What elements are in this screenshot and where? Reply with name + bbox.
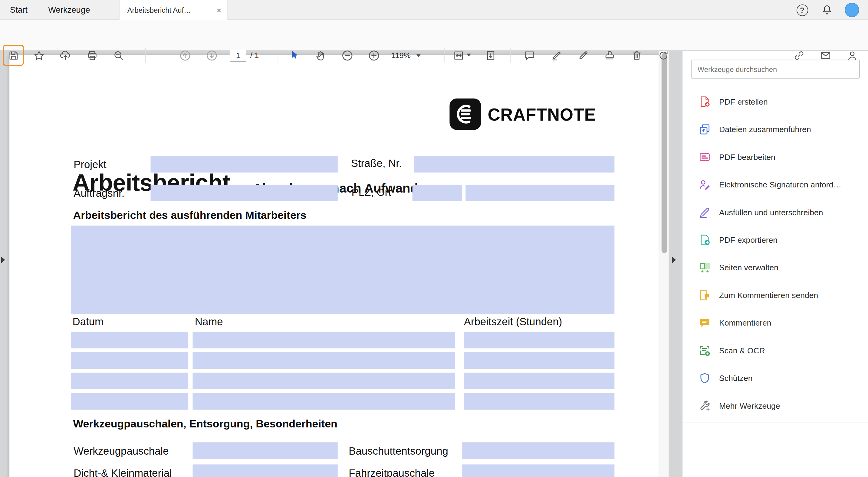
minus-circle-icon	[341, 49, 353, 62]
user-avatar[interactable]	[845, 3, 859, 17]
sidebar-item-kommentieren[interactable]: Kommentieren	[682, 309, 868, 336]
hand-icon	[315, 49, 326, 61]
werkzeugpauschale-field[interactable]	[193, 442, 338, 459]
sidebar-item-zum-kommentieren-senden[interactable]: Zum Kommentieren senden	[682, 281, 868, 309]
pdf-create-icon	[699, 96, 711, 108]
account-button[interactable]	[842, 45, 862, 65]
zoom-in-button[interactable]	[364, 45, 384, 65]
cloud-upload-button[interactable]	[55, 45, 75, 65]
page-number-input[interactable]	[230, 49, 246, 62]
cloud-upload-icon	[59, 49, 71, 61]
sidebar-divider	[682, 422, 868, 422]
send-email-button[interactable]	[815, 45, 835, 65]
close-tab-icon[interactable]: ×	[217, 6, 221, 14]
name-field-row1[interactable]	[193, 332, 455, 348]
scrollbar-thumb[interactable]	[661, 53, 667, 253]
sidebar-item-signaturen-anfordern[interactable]: Elektronische Signaturen anford…	[682, 171, 868, 198]
menu-start[interactable]: Start	[8, 0, 30, 20]
share-link-button[interactable]	[789, 45, 809, 65]
zoom-out-button[interactable]	[337, 45, 357, 65]
craftnote-logo-text: CRAFTNOTE	[488, 105, 596, 125]
fahrzeitpauschale-field[interactable]	[462, 464, 614, 477]
content-area: Arbeitsbericht Abrechnung nach Aufwand C…	[0, 51, 868, 477]
sidebar-item-pdf-erstellen[interactable]: PDF erstellen	[682, 88, 868, 115]
sidebar-item-ausfuellen-unterschreiben[interactable]: Ausfüllen und unterschreiben	[682, 199, 868, 226]
projekt-field[interactable]	[151, 156, 338, 173]
save-icon	[7, 49, 19, 61]
next-page-button[interactable]	[202, 45, 221, 65]
menu-werkzeuge[interactable]: Werkzeuge	[46, 0, 92, 20]
stamp-icon	[604, 49, 615, 61]
sidebar-item-pdf-exportieren[interactable]: PDF exportieren	[682, 226, 868, 253]
comment-bubble-icon	[523, 49, 535, 61]
search-zoom-button[interactable]	[108, 45, 129, 65]
highlight-button[interactable]	[546, 45, 566, 65]
vertical-scrollbar[interactable]	[659, 51, 669, 477]
chevron-down-icon	[416, 54, 421, 57]
datum-field-row1[interactable]	[71, 332, 188, 348]
arbeitszeit-field-row1[interactable]	[464, 332, 615, 348]
delete-button[interactable]	[627, 45, 647, 65]
sidebar-item-schuetzen[interactable]: Schützen	[682, 364, 868, 392]
zoom-level-dropdown[interactable]: 119%	[391, 46, 421, 64]
arbeitszeit-field-row2[interactable]	[464, 352, 615, 369]
star-button[interactable]	[29, 45, 49, 65]
previous-page-button[interactable]	[175, 45, 195, 65]
sidebar-item-dateien-zusammenfuehren[interactable]: Dateien zusammenführen	[682, 115, 868, 143]
datum-field-row2[interactable]	[71, 352, 188, 369]
send-comments-icon	[699, 289, 711, 301]
main-toolbar: / 1 119%	[0, 20, 868, 51]
bauschuttentsorgung-field[interactable]	[462, 442, 614, 459]
name-field-row2[interactable]	[193, 352, 455, 369]
zoom-level-value: 119%	[391, 51, 411, 60]
sign-button[interactable]	[573, 45, 593, 65]
page-count-label: / 1	[250, 49, 259, 62]
bell-icon	[821, 4, 833, 16]
sidebar-item-label: PDF bearbeiten	[719, 152, 775, 162]
sidebar-item-scan-ocr[interactable]: Scan & OCR	[682, 337, 868, 364]
hand-tool-button[interactable]	[311, 45, 331, 65]
pdf-export-icon	[699, 234, 711, 246]
ort-field[interactable]	[465, 185, 614, 201]
help-button[interactable]: ?	[794, 1, 810, 18]
sidebar-item-label: Ausfüllen und unterschreiben	[719, 208, 823, 217]
table-header-arbeitszeit: Arbeitszeit (Stunden)	[464, 315, 562, 328]
fahrzeitpauschale-label: Fahrzeitpauschale	[349, 467, 435, 477]
right-pane-expander[interactable]	[672, 257, 676, 263]
select-tool-button[interactable]	[284, 45, 305, 65]
arbeitsbericht-textarea-field[interactable]	[71, 226, 614, 314]
arbeitszeit-field-row4[interactable]	[464, 393, 615, 410]
save-button[interactable]	[3, 45, 23, 65]
sidebar-item-mehr-werkzeuge[interactable]: Mehr Werkzeuge	[682, 392, 868, 419]
refresh-button[interactable]	[653, 45, 673, 65]
datum-field-row4[interactable]	[71, 393, 188, 410]
name-field-row4[interactable]	[193, 393, 455, 410]
dicht-kleinmaterial-field[interactable]	[193, 464, 338, 477]
arrow-up-circle-icon	[179, 49, 191, 62]
fit-width-button[interactable]	[448, 45, 468, 65]
document-tab[interactable]: Arbeitsbericht Auf… ×	[119, 0, 227, 20]
left-pane-expander[interactable]	[1, 257, 5, 263]
cursor-select-icon	[289, 50, 300, 61]
stamp-button[interactable]	[599, 45, 620, 65]
page-scrolling-button[interactable]	[480, 45, 501, 65]
sidebar-item-label: Schützen	[719, 374, 753, 382]
section-mitarbeiter-heading: Arbeitsbericht des ausführenden Mitarbei…	[73, 209, 306, 222]
sidebar-item-seiten-verwalten[interactable]: Seiten verwalten	[682, 254, 868, 281]
craftnote-logo-icon	[450, 99, 481, 130]
datum-field-row3[interactable]	[71, 373, 188, 389]
arbeitszeit-field-row3[interactable]	[464, 373, 615, 389]
strasse-label: Straße, Nr.	[351, 158, 402, 170]
sidebar-item-pdf-bearbeiten[interactable]: PDF bearbeiten	[682, 143, 868, 171]
plz-field[interactable]	[412, 185, 462, 201]
chevron-down-icon[interactable]	[467, 54, 471, 56]
more-tools-icon	[699, 400, 711, 412]
notifications-button[interactable]	[819, 1, 835, 18]
pdf-edit-icon	[699, 151, 711, 163]
name-field-row3[interactable]	[193, 373, 455, 389]
print-button[interactable]	[82, 45, 102, 65]
add-comment-button[interactable]	[519, 45, 539, 65]
table-header-name: Name	[195, 315, 223, 328]
auftragsnr-field[interactable]	[151, 185, 338, 201]
strasse-field[interactable]	[414, 156, 614, 173]
